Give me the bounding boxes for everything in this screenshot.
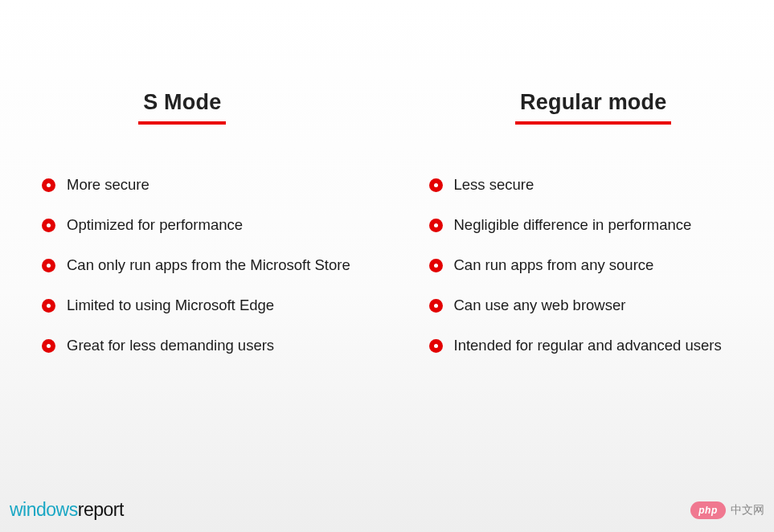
- brand-part-2: report: [78, 499, 124, 520]
- list-item-label: Can run apps from any source: [454, 256, 654, 274]
- bullet-icon: [429, 178, 443, 192]
- list-item-label: Can use any web browser: [454, 297, 626, 314]
- list-regular-mode: Less secure Negligible difference in per…: [429, 176, 759, 354]
- column-regular-mode: Regular mode Less secure Negligible diff…: [387, 90, 775, 377]
- bullet-icon: [42, 259, 55, 272]
- heading-regular-mode: Regular mode: [515, 90, 671, 125]
- footer-brand: windowsreport: [10, 499, 124, 521]
- column-s-mode: S Mode More secure Optimized for perform…: [0, 90, 387, 377]
- list-item: Great for less demanding users: [42, 337, 371, 354]
- list-item: Less secure: [429, 176, 759, 194]
- list-item-label: Optimized for performance: [67, 216, 243, 234]
- list-item-label: Negligible difference in performance: [454, 216, 692, 234]
- bullet-icon: [42, 299, 55, 313]
- list-s-mode: More secure Optimized for performance Ca…: [42, 176, 371, 354]
- list-item: Can only run apps from the Microsoft Sto…: [42, 256, 371, 274]
- bullet-icon: [429, 259, 443, 272]
- list-item-label: Less secure: [454, 176, 534, 194]
- comparison-columns: S Mode More secure Optimized for perform…: [0, 0, 774, 377]
- bullet-icon: [42, 178, 55, 192]
- php-badge-label: php: [698, 505, 718, 516]
- heading-wrap-left: S Mode: [42, 90, 371, 125]
- brand-part-1: windows: [10, 499, 78, 520]
- list-item-label: Limited to using Microsoft Edge: [67, 297, 274, 314]
- footer-watermark: php 中文网: [690, 501, 764, 519]
- list-item: Optimized for performance: [42, 216, 371, 234]
- list-item-label: Can only run apps from the Microsoft Sto…: [67, 256, 350, 274]
- bullet-icon: [42, 219, 55, 232]
- list-item: Negligible difference in performance: [429, 216, 759, 234]
- list-item-label: Intended for regular and advanced users: [454, 337, 722, 354]
- bullet-icon: [429, 339, 443, 353]
- list-item: Can run apps from any source: [429, 256, 759, 274]
- list-item-label: Great for less demanding users: [67, 337, 274, 354]
- heading-wrap-right: Regular mode: [429, 90, 759, 125]
- list-item: Intended for regular and advanced users: [429, 337, 759, 354]
- list-item: More secure: [42, 176, 371, 194]
- list-item-label: More secure: [67, 176, 149, 194]
- bullet-icon: [429, 299, 443, 313]
- bullet-icon: [429, 219, 443, 232]
- heading-s-mode: S Mode: [138, 90, 226, 125]
- php-badge-icon: php: [690, 501, 726, 519]
- list-item: Limited to using Microsoft Edge: [42, 297, 371, 314]
- bullet-icon: [42, 339, 55, 353]
- watermark-text: 中文网: [731, 503, 764, 518]
- list-item: Can use any web browser: [429, 297, 759, 314]
